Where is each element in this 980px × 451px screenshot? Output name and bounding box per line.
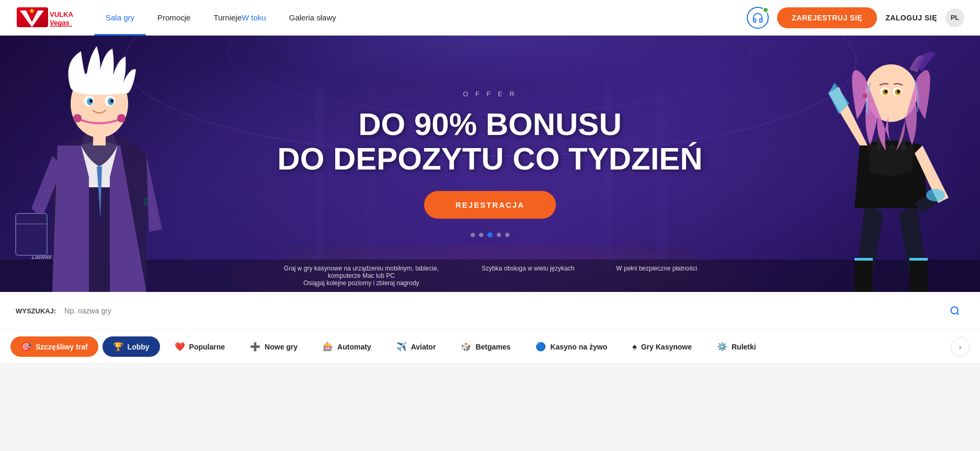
hero-character-left <box>0 41 199 292</box>
support-online-dot <box>762 7 769 13</box>
registration-button[interactable]: REJESTRACJA <box>424 191 556 219</box>
lobby-icon: 🏆 <box>113 342 123 352</box>
cat-tab-lucky[interactable]: 🎯 Szczęśliwy traf <box>10 336 98 357</box>
svg-point-38 <box>897 90 900 93</box>
search-section: WYSZUKAJ: <box>0 292 980 330</box>
svg-rect-28 <box>854 258 873 261</box>
search-input[interactable] <box>64 307 940 315</box>
hero-dot-4[interactable] <box>497 233 501 237</box>
hero-title-line1: DO 90% BONUSU <box>277 107 702 142</box>
casino-games-icon: ♠️ <box>632 342 637 352</box>
nav-item-galeria[interactable]: Galeria sławy <box>278 0 348 36</box>
live-casino-icon: 🔵 <box>535 342 546 352</box>
nav-item-sala-gry[interactable]: Sala gry <box>94 0 146 36</box>
offer-label: O F F E R <box>463 90 517 98</box>
hero-dot-1[interactable] <box>471 233 475 237</box>
search-input-wrapper <box>64 301 964 320</box>
cat-tab-new-games[interactable]: ➕ Nowe gry <box>240 336 308 357</box>
cat-tab-popular[interactable]: ❤️ Popularne <box>164 336 235 357</box>
chevron-right-icon: › <box>959 343 962 351</box>
login-button[interactable]: ZALOGUJ SIĘ <box>885 14 937 22</box>
cat-tab-live-casino[interactable]: 🔵 Kasyno na żywo <box>525 336 618 357</box>
svg-rect-24 <box>16 213 47 255</box>
hero-dot-3[interactable] <box>487 232 493 238</box>
cat-tab-aviator[interactable]: ✈️ Aviator <box>386 336 447 357</box>
svg-point-22 <box>73 114 82 122</box>
hero-dot-2[interactable] <box>479 233 483 237</box>
betgames-icon: 🎲 <box>461 342 471 352</box>
new-games-icon: ➕ <box>250 342 260 352</box>
hero-bottom-text-3: W pełni bezpieczne płatności <box>616 265 697 287</box>
svg-point-23 <box>117 114 126 122</box>
hero-character-right <box>802 41 980 292</box>
category-scroll-right[interactable]: › <box>951 337 970 356</box>
svg-point-8 <box>333 36 647 83</box>
svg-text:VULKAN: VULKAN <box>50 10 73 18</box>
cat-tab-lobby[interactable]: 🏆 Lobby <box>102 336 160 357</box>
nav-item-turnieje[interactable]: TurniejeW toku <box>202 0 277 36</box>
popular-icon: ❤️ <box>175 342 185 352</box>
hero-bottom-text-2: Szybka obsługa w wielu językach <box>482 265 574 287</box>
svg-point-40 <box>926 189 945 201</box>
search-submit-button[interactable] <box>945 301 964 320</box>
nav-item-promocje[interactable]: Promocje <box>146 0 202 36</box>
support-button[interactable] <box>747 7 769 29</box>
hero-carousel-dots <box>471 232 509 238</box>
cat-tab-automaty[interactable]: 🎰 Automaty <box>312 336 382 357</box>
logo[interactable]: VULKAN Vegas <box>16 5 73 30</box>
hero-dot-5[interactable] <box>505 233 509 237</box>
hero-banner: O F F E R DO 90% BONUSU DO DEPOZYTU CO T… <box>0 36 980 292</box>
headphone-icon <box>752 12 764 24</box>
svg-point-21 <box>110 99 113 103</box>
cat-tab-casino-games[interactable]: ♠️ Gry Kasynowe <box>622 337 702 357</box>
navbar: VULKAN Vegas Sala gry Promocje TurniejeW… <box>0 0 980 36</box>
svg-point-41 <box>951 307 958 314</box>
svg-rect-29 <box>909 258 928 261</box>
register-button[interactable]: ZAREJESTRUJ SIĘ <box>777 7 877 28</box>
nav-links: Sala gry Promocje TurniejeW toku Galeria… <box>94 0 747 36</box>
svg-rect-27 <box>93 132 106 145</box>
svg-line-42 <box>957 313 959 315</box>
automaty-icon: 🎰 <box>323 342 333 352</box>
svg-point-20 <box>89 99 93 103</box>
aviator-icon: ✈️ <box>396 342 407 352</box>
cat-tab-ruletki[interactable]: ⚙️ Ruletki <box>706 336 767 357</box>
cat-tab-betgames[interactable]: 🎲 Betgames <box>450 336 521 357</box>
lucky-icon: 🎯 <box>21 342 31 352</box>
ruletki-icon: ⚙️ <box>717 342 727 352</box>
nav-right: ZAREJESTRUJ SIĘ ZALOGUJ SIĘ PL <box>747 7 964 29</box>
svg-text:Vegas: Vegas <box>50 19 70 27</box>
hero-content: O F F E R DO 90% BONUSU DO DEPOZYTU CO T… <box>277 90 702 238</box>
svg-point-37 <box>884 90 887 93</box>
category-tabs: 🎯 Szczęśliwy traf 🏆 Lobby ❤️ Popularne ➕… <box>0 330 980 364</box>
search-label: WYSZUKAJ: <box>16 307 56 315</box>
language-selector[interactable]: PL <box>945 8 964 27</box>
hero-bottom-text-1: Graj w gry kasynowe na urządzeniu mobiln… <box>283 265 440 287</box>
svg-point-39 <box>862 93 868 98</box>
search-icon <box>950 306 960 316</box>
hero-title-line2: DO DEPOZYTU CO TYDZIEŃ <box>277 142 702 176</box>
hero-title: DO 90% BONUSU DO DEPOZYTU CO TYDZIEŃ <box>277 107 702 176</box>
